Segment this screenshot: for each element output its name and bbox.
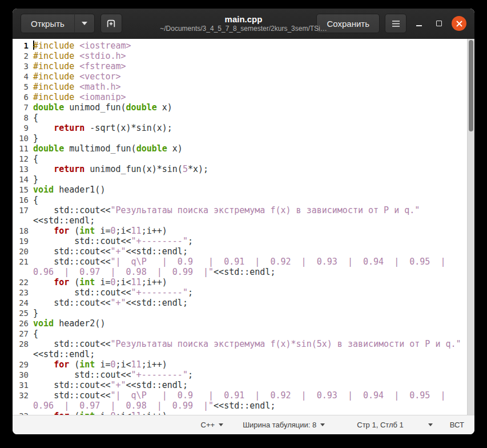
chevron-down-icon xyxy=(428,423,433,426)
statusbar: C++ Ширина табуляции: 8 Стр 1, Стлб 1 ВС… xyxy=(13,415,474,434)
line-number: 23 xyxy=(13,287,33,298)
line-content: void header2() xyxy=(33,318,467,329)
save-button[interactable]: Сохранить xyxy=(316,14,380,33)
line-content: for (int i=0;i<11;i++) xyxy=(33,411,467,415)
line-number: 25 xyxy=(13,308,33,318)
close-icon xyxy=(456,21,462,27)
tab-width-label: Ширина табуляции: 8 xyxy=(243,421,316,429)
tab-width-selector[interactable]: Ширина табуляции: 8 xyxy=(243,421,325,429)
cursor-position-label: Стр 1, Стлб 1 xyxy=(357,421,404,429)
language-label: C++ xyxy=(201,421,215,429)
line-content: { xyxy=(33,329,467,339)
line-number: 8 xyxy=(13,113,33,123)
headerbar-right-group: Сохранить xyxy=(316,14,466,33)
scrollbar[interactable] xyxy=(467,39,474,415)
line-number: 12 xyxy=(13,154,33,164)
code-line: 31 std::cout<<"+"<<std::endl; xyxy=(13,380,467,390)
code-line: 9 return -sqrt(x)*sin(x); xyxy=(13,123,467,133)
line-number: 16 xyxy=(13,195,33,205)
code-line: 2#include <stdio.h> xyxy=(13,51,467,61)
document-path: ~/Documents/3_4_5_7_8_semester/2kurs_3se… xyxy=(160,25,327,33)
code-line: 7double unimod_fun(double x) xyxy=(13,102,467,113)
chevron-down-icon xyxy=(82,22,87,25)
document-title: main.cpp xyxy=(225,14,263,25)
minimize-button[interactable] xyxy=(412,16,426,31)
code-line: 20 std::cout<<"+"<<std::endl; xyxy=(13,246,467,257)
chevron-down-icon xyxy=(219,423,223,426)
line-content: #include <math.h> xyxy=(33,82,467,92)
code-line: 33 for (int i=0;i<11;i++) xyxy=(13,411,467,415)
line-number: 13 xyxy=(13,164,33,174)
line-number: 5 xyxy=(13,82,33,92)
code-line: 8{ xyxy=(13,113,467,123)
code-line: 14} xyxy=(13,174,467,185)
chevron-down-icon xyxy=(320,423,325,426)
line-content: std::cout<<"+--------"; xyxy=(33,287,467,298)
menu-button[interactable] xyxy=(385,14,406,33)
line-number: 28 xyxy=(13,339,33,349)
line-number: 1 xyxy=(13,41,33,51)
line-content: #include <iomanip> xyxy=(33,92,467,102)
line-content: std::cout<<"+--------"; xyxy=(33,370,467,380)
tab-new-icon xyxy=(106,19,116,29)
code-line: 6#include <iomanip> xyxy=(13,92,467,102)
line-content: std::cout<<"+"<<std::endl; xyxy=(33,246,467,257)
line-content: std::cout<<"| q\P | 0.9 | 0.91 | 0.92 | … xyxy=(33,257,467,277)
code-line: 4#include <vector> xyxy=(13,71,467,82)
line-content: return unimod_fun(x)*sin(5*x); xyxy=(33,164,467,174)
line-content: return -sqrt(x)*sin(x); xyxy=(33,123,467,133)
code-line: 23 std::cout<<"+--------"; xyxy=(13,287,467,298)
line-number: 27 xyxy=(13,329,33,339)
line-number: 17 xyxy=(13,205,33,215)
language-selector[interactable]: C++ xyxy=(201,421,224,429)
maximize-button[interactable] xyxy=(432,16,446,31)
line-number: 18 xyxy=(13,226,33,236)
line-content: std::cout<<"+"<<std::endl; xyxy=(33,380,467,390)
line-number: 6 xyxy=(13,92,33,102)
line-content: #include <vector> xyxy=(33,71,467,82)
cursor-position-button[interactable]: Стр 1, Стлб 1 xyxy=(357,421,433,429)
line-number: 21 xyxy=(13,257,33,267)
code-line: 11double multimod_fun(double x) xyxy=(13,143,467,154)
line-content: #include <iostream> xyxy=(33,41,467,51)
line-content: { xyxy=(33,113,467,123)
headerbar-left-group: Открыть xyxy=(21,14,122,33)
insert-mode-indicator: ВСТ xyxy=(450,421,464,429)
code-line: 15void header1() xyxy=(13,185,467,195)
line-content: } xyxy=(33,308,467,318)
code-line: 25} xyxy=(13,308,467,318)
line-content: std::cout<<"| q\P | 0.9 | 0.91 | 0.92 | … xyxy=(33,390,467,411)
line-number: 2 xyxy=(13,51,33,61)
new-document-button[interactable] xyxy=(100,14,122,33)
line-number: 22 xyxy=(13,277,33,287)
code-line: 30 std::cout<<"+--------"; xyxy=(13,370,467,380)
code-line: 18 for (int i=0;i<11;i++) xyxy=(13,226,467,236)
open-split-button: Открыть xyxy=(21,14,95,33)
line-content: } xyxy=(33,133,467,143)
line-number: 4 xyxy=(13,71,33,82)
line-content: for (int i=0;i<11;i++) xyxy=(33,359,467,370)
scrollbar-thumb[interactable] xyxy=(469,40,473,131)
close-button[interactable] xyxy=(452,16,466,31)
line-number: 10 xyxy=(13,133,33,143)
line-content: std::cout<<"Результатаы поиска экстремум… xyxy=(33,205,467,226)
text-area[interactable]: 1#include <iostream>2#include <stdio.h>3… xyxy=(13,39,467,415)
code-line: 29 for (int i=0;i<11;i++) xyxy=(13,359,467,370)
line-content: { xyxy=(33,154,467,164)
code-line: 12{ xyxy=(13,154,467,164)
hamburger-menu-icon xyxy=(392,20,400,27)
open-dropdown-button[interactable] xyxy=(74,14,95,33)
code-line: 27{ xyxy=(13,329,467,339)
code-line: 1#include <iostream> xyxy=(13,41,467,51)
line-number: 29 xyxy=(13,359,33,370)
line-content: double unimod_fun(double x) xyxy=(33,102,467,113)
code-line: 13 return unimod_fun(x)*sin(5*x); xyxy=(13,164,467,174)
line-number: 3 xyxy=(13,61,33,71)
code-line: 21 std::cout<<"| q\P | 0.9 | 0.91 | 0.92… xyxy=(13,257,467,277)
code-line: 3#include <fstream> xyxy=(13,61,467,71)
line-number: 7 xyxy=(13,102,33,113)
line-content: std::cout<<"+--------"; xyxy=(33,236,467,246)
line-number: 20 xyxy=(13,246,33,257)
maximize-icon xyxy=(436,21,442,26)
open-button[interactable]: Открыть xyxy=(21,14,74,33)
